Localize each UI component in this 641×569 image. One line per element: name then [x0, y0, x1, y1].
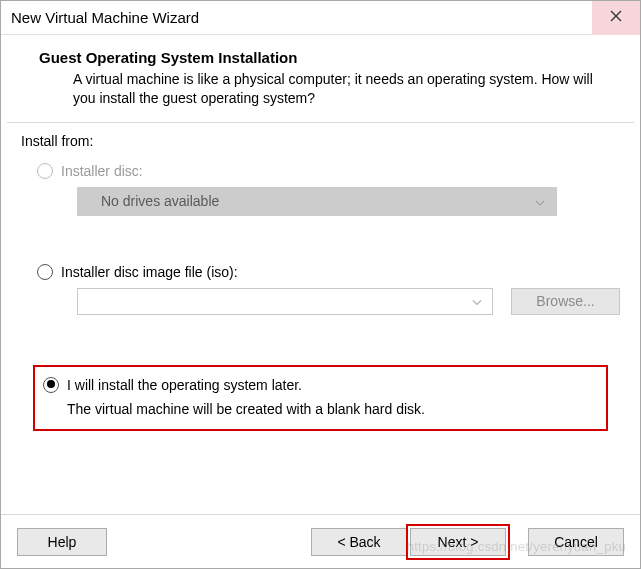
iso-path-input[interactable] [77, 288, 493, 315]
back-button-label: < Back [337, 534, 380, 550]
page-description: A virtual machine is like a physical com… [39, 70, 612, 108]
cancel-button[interactable]: Cancel [528, 528, 624, 556]
label-install-later: I will install the operating system late… [67, 377, 302, 393]
drive-dropdown: No drives available [77, 187, 557, 216]
browse-button-label: Browse... [536, 293, 594, 309]
radio-iso[interactable] [37, 264, 53, 280]
label-iso: Installer disc image file (iso): [61, 264, 238, 280]
radio-installer-disc [37, 163, 53, 179]
window-title: New Virtual Machine Wizard [1, 9, 592, 26]
radio-install-later[interactable] [43, 377, 59, 393]
page-title: Guest Operating System Installation [39, 49, 612, 66]
desc-install-later: The virtual machine will be created with… [67, 401, 596, 417]
footer: Help < Back Next > Cancel [1, 514, 640, 568]
browse-button: Browse... [511, 288, 620, 315]
highlight-later-option: I will install the operating system late… [33, 365, 608, 431]
highlight-next-button: Next > [406, 524, 510, 560]
cancel-button-label: Cancel [554, 534, 598, 550]
close-icon [610, 10, 622, 25]
back-button[interactable]: < Back [311, 528, 407, 556]
header-block: Guest Operating System Installation A vi… [1, 35, 640, 118]
close-button[interactable] [592, 1, 640, 35]
label-installer-disc: Installer disc: [61, 163, 143, 179]
drive-dropdown-value: No drives available [101, 193, 219, 209]
chevron-down-icon [472, 294, 482, 309]
option-install-later[interactable]: I will install the operating system late… [43, 377, 596, 393]
help-button[interactable]: Help [17, 528, 107, 556]
option-iso[interactable]: Installer disc image file (iso): [37, 264, 620, 280]
chevron-down-icon [535, 193, 545, 209]
next-button[interactable]: Next > [410, 528, 506, 556]
install-from-label: Install from: [21, 133, 620, 149]
wizard-window: New Virtual Machine Wizard Guest Operati… [0, 0, 641, 569]
option-installer-disc: Installer disc: [37, 163, 620, 179]
body: Install from: Installer disc: No drives … [1, 123, 640, 431]
next-button-label: Next > [438, 534, 479, 550]
titlebar: New Virtual Machine Wizard [1, 1, 640, 35]
help-button-label: Help [48, 534, 77, 550]
